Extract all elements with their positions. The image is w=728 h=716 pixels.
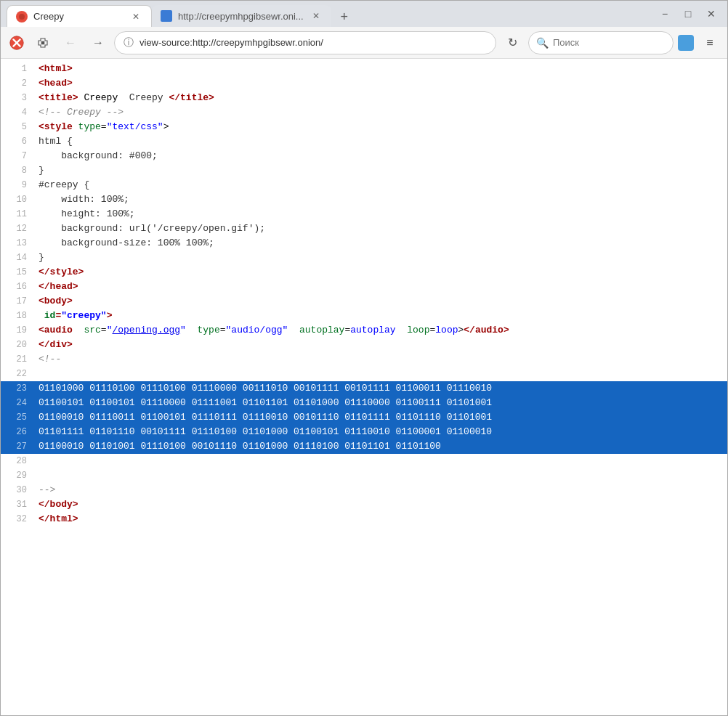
line-number: 13 [7, 236, 27, 250]
source-line-1: 1<html> [1, 62, 727, 76]
source-line-19: 19<audio src="/opening.ogg" type="audio/… [1, 323, 727, 338]
line-number: 3 [7, 91, 27, 105]
tab-label-source: http://creepymhpgibsewr.oni... [178, 11, 304, 22]
tab-group: Creepy ✕ http://creepymhpgibsewr.oni... … [7, 1, 649, 27]
line-number: 5 [7, 120, 27, 134]
source-line-16: 16</head> [1, 280, 727, 294]
line-content: html { [39, 134, 721, 149]
line-content: 01100010 01110011 01100101 01110111 0111… [39, 410, 721, 425]
source-line-8: 8} [1, 163, 727, 178]
source-line-30: 30--> [1, 483, 727, 497]
line-number: 15 [7, 265, 27, 279]
line-number: 28 [7, 454, 27, 468]
source-line-9: 9#creepy { [1, 178, 727, 192]
line-number: 7 [7, 149, 27, 163]
line-content: </div> [39, 338, 721, 352]
line-content: </body> [39, 497, 721, 512]
address-text: view-source:http://creepymhpgibsewr.onio… [139, 37, 487, 48]
tab-favicon-creepy [16, 11, 28, 23]
line-number: 2 [7, 76, 27, 90]
minimize-button[interactable]: − [655, 4, 675, 24]
source-line-17: 17<body> [1, 294, 727, 309]
line-number: 6 [7, 134, 27, 148]
refresh-button[interactable]: ↻ [501, 31, 524, 54]
source-line-5: 5<style type="text/css"> [1, 120, 727, 134]
source-line-10: 10 width: 100%; [1, 192, 727, 207]
line-content: #creepy { [39, 178, 721, 192]
source-line-7: 7 background: #000; [1, 149, 727, 163]
line-content: <title> Creepy Creepy </title> [39, 91, 721, 105]
source-line-23: 2301101000 01110100 01110100 01110000 00… [1, 381, 727, 396]
line-number: 27 [7, 439, 27, 453]
tab-close-source[interactable]: ✕ [310, 9, 323, 23]
line-content: background: url('/creepy/open.gif'); [39, 221, 721, 236]
line-content: background: #000; [39, 149, 721, 163]
line-content: 01101111 01101110 00101111 01110100 0110… [39, 425, 721, 439]
line-number: 19 [7, 323, 27, 337]
tab-creepy[interactable]: Creepy ✕ [7, 5, 152, 27]
line-number: 23 [7, 381, 27, 395]
line-number: 9 [7, 178, 27, 192]
browser-window: Creepy ✕ http://creepymhpgibsewr.oni... … [0, 0, 728, 716]
line-number: 22 [7, 367, 27, 381]
line-number: 26 [7, 425, 27, 439]
source-line-21: 21<!-- [1, 352, 727, 367]
source-line-13: 13 background-size: 100% 100%; [1, 236, 727, 251]
line-number: 14 [7, 251, 27, 264]
source-line-15: 15</style> [1, 265, 727, 280]
source-line-18: 18 id="creepy"> [1, 309, 727, 323]
line-number: 24 [7, 396, 27, 410]
line-number: 21 [7, 352, 27, 366]
line-content: <head> [39, 76, 721, 91]
line-content: --> [39, 483, 721, 497]
forward-button[interactable]: → [86, 31, 110, 54]
title-bar: Creepy ✕ http://creepymhpgibsewr.oni... … [1, 1, 727, 27]
line-number: 10 [7, 192, 27, 206]
source-line-6: 6html { [1, 134, 727, 149]
line-number: 1 [7, 62, 27, 76]
line-content: <body> [39, 294, 721, 309]
line-content: background-size: 100% 100%; [39, 236, 721, 251]
search-input[interactable] [553, 37, 666, 48]
source-line-3: 3<title> Creepy Creepy </title> [1, 91, 727, 105]
source-line-20: 20</div> [1, 338, 727, 352]
tab-source[interactable]: http://creepymhpgibsewr.oni... ✕ [152, 5, 331, 27]
source-line-32: 32</html> [1, 512, 727, 526]
new-tab-button[interactable]: + [334, 7, 355, 27]
tab-close-creepy[interactable]: ✕ [129, 10, 142, 23]
address-bar[interactable]: ⓘ view-source:http://creepymhpgibsewr.on… [114, 31, 496, 54]
shield-icon [7, 33, 27, 53]
line-number: 29 [7, 468, 27, 482]
line-content: height: 100%; [39, 207, 721, 221]
back-button[interactable]: ← [59, 31, 82, 54]
source-line-25: 2501100010 01110011 01100101 01110111 01… [1, 410, 727, 425]
line-content: <!-- [39, 352, 721, 367]
source-line-11: 11 height: 100%; [1, 207, 727, 221]
source-line-26: 2601101111 01101110 00101111 01110100 01… [1, 425, 727, 439]
close-button[interactable]: ✕ [701, 4, 721, 24]
window-controls: − □ ✕ [655, 4, 721, 24]
source-line-28: 28 [1, 454, 727, 468]
tab-favicon-source [161, 10, 172, 22]
line-number: 31 [7, 497, 27, 511]
line-content: 01101000 01110100 01110100 01110000 0011… [39, 381, 721, 396]
line-content: } [39, 163, 721, 178]
line-content: </head> [39, 280, 721, 294]
line-content: id="creepy"> [39, 309, 721, 323]
extensions-icon[interactable] [31, 31, 54, 54]
line-number: 4 [7, 105, 27, 119]
line-content: <!-- Creepy --> [39, 105, 721, 120]
line-content: } [39, 251, 721, 265]
line-number: 8 [7, 163, 27, 177]
line-number: 25 [7, 410, 27, 424]
menu-button[interactable]: ≡ [698, 31, 721, 54]
maximize-button[interactable]: □ [678, 4, 698, 24]
line-content: </html> [39, 512, 721, 526]
source-line-4: 4<!-- Creepy --> [1, 105, 727, 120]
source-line-31: 31</body> [1, 497, 727, 512]
info-icon: ⓘ [124, 36, 134, 49]
search-box[interactable]: 🔍 [528, 31, 674, 54]
source-view: 1<html>2<head>3<title> Creepy Creepy </t… [1, 59, 727, 715]
source-line-22: 22 [1, 367, 727, 381]
line-number: 11 [7, 207, 27, 221]
